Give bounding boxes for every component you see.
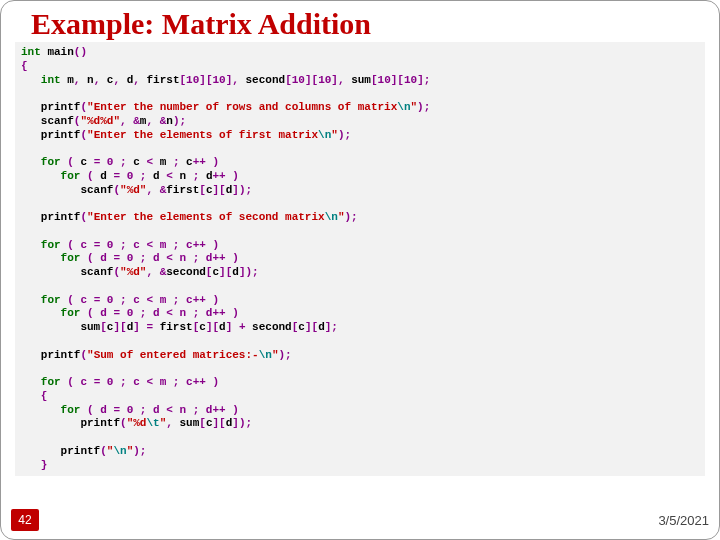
code-token: first [160, 321, 193, 333]
code-token: \t [146, 417, 159, 429]
code-token: ); [278, 349, 291, 361]
code-token: for [61, 404, 81, 416]
code-token: int [21, 46, 41, 58]
code-token: [ [285, 74, 292, 86]
code-token: , & [146, 115, 166, 127]
code-token: ][ [305, 321, 318, 333]
code-token: printf [21, 101, 80, 113]
code-token: main [41, 46, 74, 58]
code-token: ( [100, 445, 107, 457]
code-token: , & [120, 115, 140, 127]
code-token: d [219, 321, 226, 333]
code-token: , [166, 417, 179, 429]
code-token: 10 [318, 74, 331, 86]
code-token: c [100, 74, 113, 86]
code-token: scanf [21, 184, 113, 196]
code-token: () [74, 46, 87, 58]
code-token: { [21, 60, 28, 72]
code-token: printf [21, 417, 120, 429]
slide-title: Example: Matrix Addition [31, 7, 709, 40]
code-token: m [61, 74, 74, 86]
code-token: ]; [417, 74, 430, 86]
code-token: { [21, 390, 47, 402]
code-token: "Enter the elements of first matrix [87, 129, 318, 141]
code-token: ++ ) [213, 170, 239, 182]
code-token: d [318, 321, 325, 333]
code-token: 10 [186, 74, 199, 86]
code-token: < [166, 170, 173, 182]
code-token: sum [179, 417, 199, 429]
code-token: c [298, 321, 305, 333]
code-token: ][ [199, 74, 212, 86]
code-token: ]; [325, 321, 338, 333]
code-token: ( [61, 156, 74, 168]
code-token: ); [133, 445, 146, 457]
code-token: printf [21, 129, 80, 141]
code-token: m [153, 156, 173, 168]
code-token: "%d" [120, 266, 146, 278]
code-token: ][ [219, 266, 232, 278]
slide-container: Example: Matrix Addition int main() { in… [0, 0, 720, 540]
code-token: ( d = 0 ; d < n ; d++ ) [80, 252, 238, 264]
code-token: [ [199, 184, 206, 196]
code-token: for [41, 376, 61, 388]
code-token: printf [21, 349, 80, 361]
code-token: c [127, 156, 147, 168]
code-token: ] = [133, 321, 159, 333]
code-token: ][ [206, 321, 219, 333]
code-token: d [146, 170, 166, 182]
code-token: ( d = 0 ; d < n ; d++ ) [80, 307, 238, 319]
code-token: printf [21, 445, 100, 457]
code-token: [ [371, 74, 378, 86]
code-token: d [120, 74, 133, 86]
code-token: for [41, 294, 61, 306]
code-token: "Sum of entered matrices:- [87, 349, 259, 361]
code-token: for [41, 239, 61, 251]
slide-footer: 42 3/5/2021 [11, 509, 709, 531]
code-token: ); [344, 211, 357, 223]
code-token: d [199, 170, 212, 182]
code-token: [ [100, 321, 107, 333]
code-token: ( d = 0 ; d < n ; d++ ) [80, 404, 238, 416]
code-token: ], [226, 74, 239, 86]
code-token: "Enter the elements of second matrix [87, 211, 325, 223]
code-token: n [166, 115, 173, 127]
code-token: ; [173, 156, 180, 168]
code-token: 10 [378, 74, 391, 86]
code-token: ); [173, 115, 186, 127]
code-token: printf [21, 211, 80, 223]
code-token: \n [259, 349, 272, 361]
code-token: , & [146, 184, 166, 196]
code-token: 10 [404, 74, 417, 86]
code-token: ( c = 0 ; c < m ; c++ ) [61, 294, 219, 306]
code-token: ++ ) [193, 156, 219, 168]
code-token: d [94, 170, 114, 182]
code-token: ); [338, 129, 351, 141]
code-token: ][ [212, 184, 225, 196]
code-token: c [206, 417, 213, 429]
code-token: for [61, 252, 81, 264]
code-token: second [166, 266, 206, 278]
code-token: \n [325, 211, 338, 223]
code-token: , [133, 74, 140, 86]
code-token: "%d%d" [80, 115, 120, 127]
code-token: n [173, 170, 193, 182]
code-token: , & [146, 266, 166, 278]
code-token: ][ [305, 74, 318, 86]
code-token: ( c = 0 ; c < m ; c++ ) [61, 239, 219, 251]
code-token: ( [80, 170, 93, 182]
code-token: } [21, 459, 47, 471]
code-token: " [331, 129, 338, 141]
code-token: ][ [213, 417, 226, 429]
code-token: sum [21, 321, 100, 333]
code-block: int main() { int m, n, c, d, first[10][1… [15, 42, 705, 476]
code-token: ]); [232, 417, 252, 429]
code-token: sum [345, 74, 371, 86]
code-token: int [41, 74, 61, 86]
code-token: ; [120, 156, 127, 168]
code-token: c [180, 156, 193, 168]
code-token: "Enter the number of rows and columns of… [87, 101, 397, 113]
code-token: for [61, 307, 81, 319]
code-token: c [199, 321, 206, 333]
code-token: "%d" [120, 184, 146, 196]
